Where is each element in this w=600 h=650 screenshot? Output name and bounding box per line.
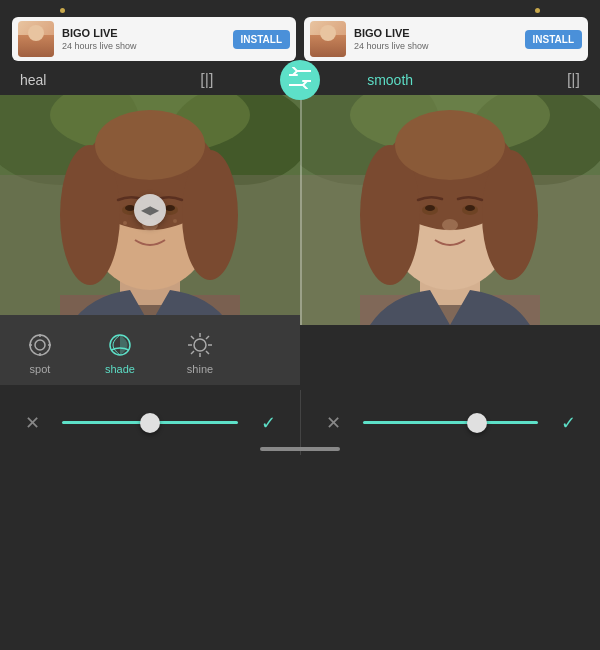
filter-row: heal [|] smooth [|] (0, 65, 600, 95)
cancel-right-button[interactable]: ✕ (317, 407, 349, 439)
svg-point-35 (425, 205, 435, 211)
cancel-right-icon: ✕ (326, 412, 341, 434)
home-indicator (260, 447, 340, 451)
dot-left (60, 8, 65, 13)
ad-title-left: BIGO LIVE (62, 27, 225, 40)
divider-line (300, 95, 302, 325)
filter-label-smooth: smooth (367, 72, 413, 88)
ad-text-left: BIGO LIVE 24 hours live show (62, 27, 225, 50)
tool-shine[interactable]: shine (160, 331, 240, 375)
svg-point-45 (194, 339, 206, 351)
svg-point-38 (30, 335, 50, 355)
right-photo-svg (300, 95, 600, 325)
action-bars: ✕ ✓ ✕ ✓ (0, 390, 600, 455)
compare-icon-left: [|] (200, 71, 213, 89)
shade-icon (106, 331, 134, 359)
confirm-right-button[interactable]: ✓ (552, 407, 584, 439)
tool-spot[interactable]: spot (0, 331, 80, 375)
ad-subtitle-right: 24 hours live show (354, 41, 517, 51)
bottom-area: spot shade (0, 325, 600, 455)
ad-install-right[interactable]: INSTALL (525, 30, 582, 49)
svg-line-51 (206, 351, 209, 354)
ad-install-left[interactable]: INSTALL (233, 30, 290, 49)
filter-label-heal: heal (20, 72, 46, 88)
divider-handle[interactable]: ◀▶ (134, 194, 166, 226)
svg-point-18 (123, 221, 127, 225)
shade-label: shade (105, 363, 135, 375)
shine-icon (186, 331, 214, 359)
swap-icon (289, 67, 311, 94)
image-left: ◀▶ (0, 95, 300, 325)
svg-point-16 (165, 205, 175, 211)
image-comparison-area: ◀▶ (0, 95, 600, 325)
svg-line-52 (206, 336, 209, 339)
shine-label: shine (187, 363, 213, 375)
ad-avatar-left (18, 21, 54, 57)
spot-label: spot (30, 363, 51, 375)
image-right (300, 95, 600, 325)
spot-icon (26, 331, 54, 359)
svg-point-12 (95, 110, 205, 180)
svg-point-39 (35, 340, 45, 350)
svg-line-53 (191, 351, 194, 354)
action-bar-left: ✕ ✓ (0, 390, 300, 455)
slider-right[interactable] (363, 421, 538, 424)
cancel-left-button[interactable]: ✕ (16, 407, 48, 439)
slider-thumb-right[interactable] (467, 413, 487, 433)
svg-point-11 (182, 150, 238, 280)
tools-panel: spot shade (0, 315, 300, 385)
cancel-left-icon: ✕ (25, 412, 40, 434)
confirm-left-icon: ✓ (261, 412, 276, 434)
ad-title-right: BIGO LIVE (354, 27, 517, 40)
ad-banner-left[interactable]: BIGO LIVE 24 hours live show INSTALL (12, 17, 296, 61)
compare-icon-right: [|] (567, 71, 580, 89)
svg-point-37 (442, 219, 458, 231)
divider-arrows-icon: ◀▶ (141, 203, 159, 217)
ad-banner-right[interactable]: BIGO LIVE 24 hours live show INSTALL (304, 17, 588, 61)
svg-point-31 (482, 150, 538, 280)
ad-subtitle-left: 24 hours live show (62, 41, 225, 51)
ad-text-right: BIGO LIVE 24 hours live show (354, 27, 517, 50)
ad-row: BIGO LIVE 24 hours live show INSTALL BIG… (0, 17, 600, 61)
ad-avatar-right (310, 21, 346, 57)
top-dots-row (0, 0, 600, 17)
confirm-left-button[interactable]: ✓ (252, 407, 284, 439)
svg-point-32 (395, 110, 505, 180)
confirm-right-icon: ✓ (561, 412, 576, 434)
slider-thumb-left[interactable] (140, 413, 160, 433)
dot-right (535, 8, 540, 13)
svg-line-50 (191, 336, 194, 339)
tool-shade[interactable]: shade (80, 331, 160, 375)
svg-point-36 (465, 205, 475, 211)
swap-button[interactable] (280, 60, 320, 100)
slider-left[interactable] (62, 421, 238, 424)
svg-point-19 (173, 219, 177, 223)
action-bar-right: ✕ ✓ (300, 390, 600, 455)
